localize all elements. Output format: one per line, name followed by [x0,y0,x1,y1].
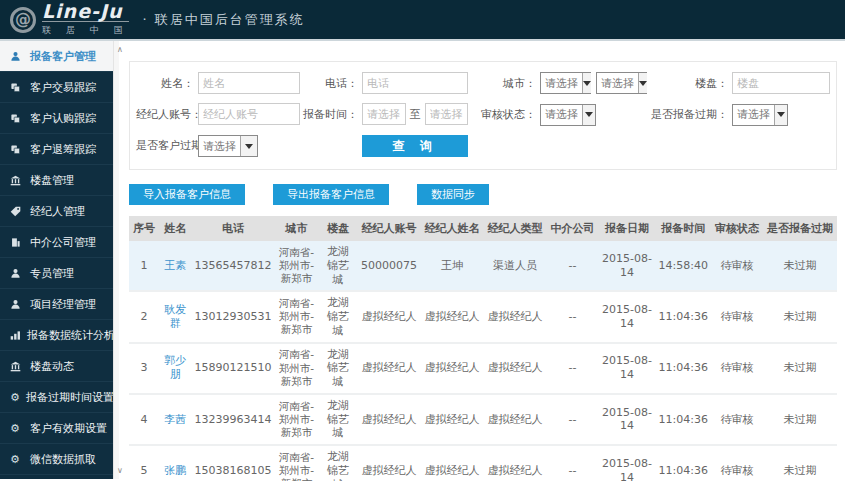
cell-index: 3 [129,343,159,394]
cell-agent_name: 虚拟经纪人 [420,343,483,394]
cell-estate: 龙湖锦艺城 [318,291,357,342]
sidebar-item-agency-mgmt[interactable]: 中介公司管理 [0,227,113,258]
column-header: 经纪人姓名 [420,216,483,241]
sidebar-item-customer-refund-track[interactable]: 客户退筹跟踪 [0,134,113,165]
query-button[interactable]: 查 询 [362,135,468,157]
sidebar-item-customer-trade-track[interactable]: 客户交易跟踪 [0,72,113,103]
table-body: 1王素13565457812河南省-郑州市-新郑市龙湖锦艺城50000075王坤… [129,241,837,481]
track-icon [10,144,24,155]
sidebar-item-agent-mgmt[interactable]: 经纪人管理 [0,196,113,227]
track-icon [10,82,24,93]
report-time-label: 报备时间： [300,107,362,122]
cell-city: 河南省-郑州市-新郑市 [275,445,319,481]
data-sync-button[interactable]: 数据同步 [417,184,489,205]
city-label: 城市： [468,76,540,91]
cell-index: 5 [129,445,159,481]
scroll-up-icon[interactable]: ∧ [114,45,126,54]
table-row: 3郭少朋15890121510河南省-郑州市-新郑市龙湖锦艺城虚拟经纪人虚拟经纪… [129,343,837,394]
cell-agent_type: 虚拟经纪人 [483,445,546,481]
cell-name[interactable]: 王素 [159,241,192,291]
cell-name[interactable]: 郭少朋 [159,343,192,394]
sidebar-item-project-manager-mgmt[interactable]: 项目经理管理 [0,289,113,320]
phone-input[interactable] [362,72,468,94]
user-icon [10,51,24,62]
estate-input[interactable] [732,72,830,94]
phone-label: 电话： [300,76,362,91]
column-header: 审核状态 [711,216,763,241]
report-time-from-input[interactable] [362,103,406,125]
customer-expired-select[interactable]: 请选择 [198,135,258,157]
report-time-to-input[interactable] [425,103,469,125]
city-city-select[interactable]: 请选择 [596,72,647,94]
sidebar-item-customer-valid-setting[interactable]: ⚙客户有效期设置 [0,413,113,444]
sidebar-item-label: 报备数据统计分析 [27,328,115,343]
cell-city: 河南省-郑州市-新郑市 [275,291,319,342]
cell-index: 1 [129,241,159,291]
cell-expired: 未过期 [763,291,837,342]
sidebar-item-report-expire-setting[interactable]: ⚙报备过期时间设置 [0,382,113,413]
cell-name[interactable]: 耿发群 [159,291,192,342]
chart-icon [10,330,21,341]
sidebar-scrollbar[interactable]: ∧ ∨ [113,41,119,479]
sidebar-item-estate-news[interactable]: 楼盘动态 [0,351,113,382]
cell-status: 待审核 [711,241,763,291]
gear-icon: ⚙ [10,391,20,404]
audit-status-select[interactable]: 请选择 [540,104,596,126]
sidebar-item-customer-subscribe-track[interactable]: 客户认购跟踪 [0,103,113,134]
cell-agent_account: 虚拟经纪人 [357,445,420,481]
scroll-down-icon[interactable]: ∨ [114,466,126,475]
cell-agent_type: 虚拟经纪人 [483,291,546,342]
sidebar-item-wechat-data-grab[interactable]: ⚙微信数据抓取 [0,444,113,475]
report-expired-select[interactable]: 请选择 [732,104,788,126]
audit-status-label: 审核状态： [468,107,540,122]
chevron-down-icon [774,105,787,125]
column-header: 姓名 [159,216,192,241]
cell-agency: -- [546,343,598,394]
export-report-customers-button[interactable]: 导出报备客户信息 [273,184,389,205]
column-header: 楼盘 [318,216,357,241]
cell-date: 2015-08-14 [598,291,655,342]
report-expired-label: 是否报备过期： [646,107,732,122]
table-row: 1王素13565457812河南省-郑州市-新郑市龙湖锦艺城50000075王坤… [129,241,837,291]
column-header: 经纪人类型 [483,216,546,241]
cell-estate: 龙湖锦艺城 [318,394,357,445]
sidebar-item-specialist-mgmt[interactable]: 专员管理 [0,258,113,289]
sidebar-item-report-stats-analysis[interactable]: 报备数据统计分析 [0,320,113,351]
sidebar-item-label: 客户交易跟踪 [30,80,96,95]
column-header: 城市 [275,216,319,241]
cell-name[interactable]: 张鹏 [159,445,192,481]
cell-agency: -- [546,241,598,291]
agent-account-input[interactable] [198,103,300,125]
cell-name[interactable]: 李茜 [159,394,192,445]
cell-date: 2015-08-14 [598,343,655,394]
cell-city: 河南省-郑州市-新郑市 [275,241,319,291]
sidebar-item-label: 微信数据抓取 [30,452,96,467]
agent-account-label: 经纪人账号： [136,107,198,122]
building-icon [10,237,24,248]
sidebar-item-label: 报备过期时间设置 [26,390,114,405]
sidebar-item-label: 报备客户管理 [30,49,96,64]
cell-status: 待审核 [711,291,763,342]
cell-agency: -- [546,445,598,481]
cell-time: 11:04:36 [656,394,711,445]
cell-status: 待审核 [711,445,763,481]
cell-status: 待审核 [711,343,763,394]
name-input[interactable] [198,72,300,94]
main-content: 姓名： 电话： 城市： 请选择 请选择 [119,41,845,479]
cell-time: 11:04:36 [656,343,711,394]
cell-estate: 龙湖锦艺城 [318,241,357,291]
cell-time: 14:58:40 [656,241,711,291]
sidebar-item-report-customer-mgmt[interactable]: 报备客户管理 [0,41,113,72]
cell-agent_name: 王坤 [420,241,483,291]
user-icon [10,299,24,310]
city-province-select[interactable]: 请选择 [540,72,591,94]
report-customer-table: 序号姓名电话城市楼盘经纪人账号经纪人姓名经纪人类型中介公司报备日期报备时间审核状… [129,216,837,481]
cell-phone: 15890121510 [192,343,275,394]
sidebar-item-label: 楼盘管理 [30,173,74,188]
sidebar-item-estate-mgmt[interactable]: 楼盘管理 [0,165,113,196]
cell-expired: 未过期 [763,445,837,481]
column-header: 经纪人账号 [357,216,420,241]
table-row: 5张鹏15038168105河南省-郑州市-新郑市龙湖锦艺城虚拟经纪人虚拟经纪人… [129,445,837,481]
sidebar-item-label: 楼盘动态 [30,359,74,374]
import-report-customers-button[interactable]: 导入报备客户信息 [129,184,245,205]
